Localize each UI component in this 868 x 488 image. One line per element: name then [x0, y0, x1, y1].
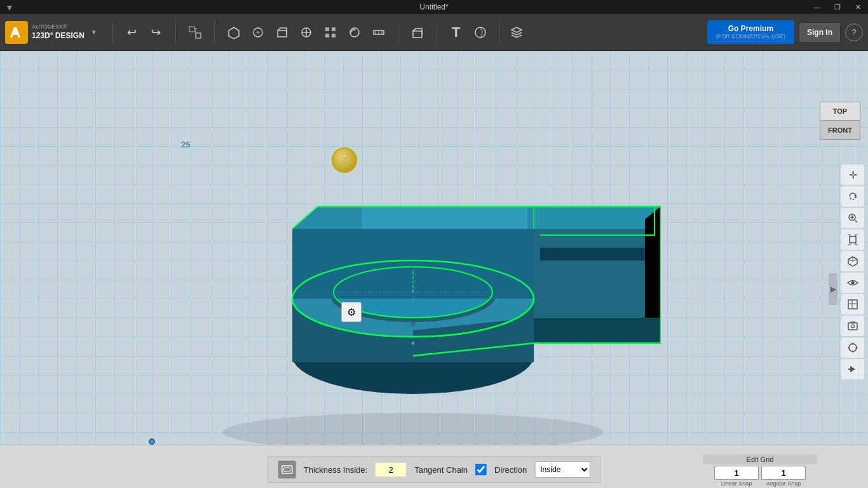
svg-rect-35 — [850, 236, 856, 243]
help-button[interactable]: ? — [845, 24, 863, 41]
window-controls: — ❐ ✕ — [807, 0, 868, 14]
svg-point-43 — [849, 344, 857, 351]
shell-icon — [281, 463, 294, 476]
angular-snap-input[interactable] — [761, 466, 806, 480]
panel-collapse-button[interactable]: ▶ — [829, 273, 837, 305]
cube-view-button[interactable] — [841, 251, 864, 271]
visibility-button[interactable] — [841, 273, 864, 293]
svg-line-32 — [855, 220, 857, 222]
tangent-chain-label: Tangent Chain — [414, 465, 468, 475]
sketch-button[interactable] — [247, 21, 269, 44]
orbit-tool-button[interactable] — [841, 186, 864, 207]
linear-snap-input[interactable] — [714, 466, 759, 480]
restore-button[interactable]: ❐ — [827, 0, 848, 14]
primitives-group — [222, 21, 390, 44]
redo-button[interactable]: ↪ — [145, 21, 168, 44]
window-icon: ▼ — [5, 3, 14, 13]
bottom-panel: Thickness Inside: Tangent Chain Directio… — [0, 445, 868, 488]
snap-icon — [348, 25, 362, 39]
svg-rect-17 — [413, 31, 422, 37]
pan-tool-button[interactable]: ✛ — [841, 165, 864, 185]
snap-settings-icon — [847, 342, 858, 353]
settings-gear-button[interactable]: ⚙ — [341, 302, 362, 322]
origin-point — [149, 438, 155, 445]
transform-icon — [188, 25, 202, 39]
svg-rect-50 — [284, 468, 290, 471]
modify-button[interactable] — [295, 21, 318, 44]
divider-2 — [175, 21, 176, 44]
svg-point-45 — [852, 351, 854, 353]
svg-point-44 — [852, 343, 854, 345]
close-button[interactable]: ✕ — [848, 0, 868, 14]
grid-visibility-button[interactable] — [841, 294, 864, 315]
thickness-label: Thickness Inside: — [304, 465, 367, 475]
edit-grid-section: Edit Grid Linear Snap Angular Snap — [703, 454, 817, 487]
svg-rect-40 — [848, 323, 857, 330]
linear-snap-group: Linear Snap — [714, 466, 759, 487]
view-cube-front[interactable]: FRONT — [820, 121, 860, 140]
svg-rect-10 — [325, 34, 329, 37]
primitives-button[interactable] — [222, 21, 245, 44]
extra-tools-icon — [847, 363, 858, 375]
logo-area: AUTODESK® 123D° DESIGN ▼ — [5, 21, 97, 44]
layers-button[interactable] — [505, 21, 528, 44]
view-group — [406, 21, 429, 44]
svg-rect-11 — [332, 34, 336, 37]
views-button[interactable] — [406, 21, 429, 44]
divider-4 — [398, 21, 398, 44]
pattern-button[interactable] — [319, 21, 342, 44]
primitives-icon — [227, 25, 241, 39]
divider-6 — [499, 21, 500, 44]
grid-icon — [847, 299, 858, 310]
svg-rect-1 — [189, 27, 194, 32]
pattern-icon — [323, 25, 337, 39]
transform-button[interactable] — [184, 21, 207, 44]
cube-icon — [847, 255, 858, 267]
right-tool-panel: ✛ — [837, 162, 868, 488]
divider-1 — [112, 21, 113, 44]
view-cube-top[interactable]: TOP — [820, 102, 860, 121]
linear-snap-label: Linear Snap — [721, 480, 752, 487]
svg-rect-49 — [282, 466, 292, 473]
svg-rect-4 — [278, 30, 287, 37]
screenshot-icon — [847, 320, 858, 332]
measure-icon — [372, 25, 386, 39]
signin-button[interactable]: Sign In — [799, 23, 840, 42]
views-icon — [410, 25, 424, 39]
app-menu-arrow[interactable]: ▼ — [91, 29, 97, 36]
angular-snap-label: Angular Snap — [766, 480, 801, 487]
measure-button[interactable] — [367, 21, 390, 44]
screenshot-button[interactable] — [841, 316, 864, 336]
premium-button[interactable]: Go Premium (FOR COMMERCIAL USE) — [707, 20, 794, 44]
fit-view-button[interactable] — [841, 229, 864, 250]
pull-handle[interactable]: ↑ — [332, 147, 357, 173]
tangent-chain-checkbox[interactable] — [475, 464, 487, 475]
direction-select[interactable]: Inside Outside Symmetric — [534, 461, 590, 478]
svg-point-41 — [851, 325, 855, 328]
layers-icon — [510, 25, 524, 39]
construct-icon — [275, 25, 289, 39]
svg-point-46 — [848, 347, 850, 349]
thickness-input[interactable] — [375, 462, 407, 477]
extra-button[interactable] — [841, 359, 864, 379]
fit-icon — [847, 234, 858, 245]
snap-settings-button[interactable] — [841, 337, 864, 358]
3d-viewport[interactable]: 25 — [0, 51, 868, 488]
svg-rect-9 — [332, 27, 336, 31]
minimize-button[interactable]: — — [807, 0, 827, 14]
svg-rect-2 — [196, 33, 201, 38]
undo-button[interactable]: ↩ — [121, 21, 144, 44]
shell-tool-icon — [278, 461, 296, 478]
main-toolbar: AUTODESK® 123D° DESIGN ▼ ↩ ↪ — [0, 14, 868, 51]
app-name: AUTODESK® 123D° DESIGN — [32, 24, 85, 41]
sketch-icon — [251, 25, 265, 39]
properties-bar: Thickness Inside: Tangent Chain Directio… — [268, 456, 601, 483]
modify-icon — [299, 25, 313, 39]
material-button[interactable] — [469, 21, 492, 44]
zoom-tool-button[interactable] — [841, 208, 864, 228]
svg-point-36 — [851, 281, 855, 285]
construct-button[interactable] — [271, 21, 294, 44]
text-button[interactable]: T — [445, 21, 468, 44]
text-material-group: T — [445, 21, 492, 44]
snap-button[interactable] — [343, 21, 366, 44]
